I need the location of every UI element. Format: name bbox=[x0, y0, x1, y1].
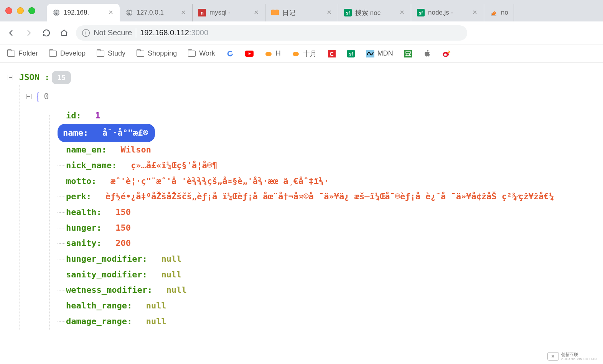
close-tab-icon[interactable] bbox=[472, 10, 478, 16]
json-value: null bbox=[146, 314, 166, 330]
bookmarks-bar: FolderDevelopStudyShoppingWorkH十月CsfMDN bbox=[0, 44, 603, 63]
bookmark-item[interactable] bbox=[423, 49, 432, 58]
json-field-row[interactable]: hunger : 150 bbox=[8, 220, 603, 236]
json-value: ç»…å£«ï¼Œç§'å¦å®¶ bbox=[131, 158, 217, 174]
reload-button[interactable] bbox=[41, 27, 52, 39]
maximize-window-button[interactable] bbox=[28, 7, 35, 14]
folder-icon bbox=[96, 49, 105, 58]
window-controls bbox=[5, 7, 35, 14]
json-field-row[interactable]: damage_range : null bbox=[8, 314, 603, 330]
close-tab-icon[interactable] bbox=[254, 10, 260, 16]
browser-tab[interactable]: nmysql - bbox=[193, 4, 265, 21]
bookmark-label: Develop bbox=[60, 49, 86, 57]
bookmark-item[interactable]: Folder bbox=[7, 49, 38, 58]
bookmark-item[interactable]: sf bbox=[347, 49, 355, 58]
minimize-window-button[interactable] bbox=[17, 7, 24, 14]
json-value: null bbox=[161, 251, 181, 267]
omnibox[interactable]: i Not Secure 192.168.0.112:3000 bbox=[76, 25, 467, 41]
svg-line-25 bbox=[407, 54, 407, 56]
json-key: hunger bbox=[66, 220, 96, 236]
json-field-row[interactable]: sanity : 200 bbox=[8, 236, 603, 251]
bookmark-item[interactable]: Work bbox=[188, 49, 215, 58]
tab-title: 搜索 noc bbox=[355, 8, 396, 17]
folder-icon bbox=[7, 49, 15, 58]
bookmark-item[interactable]: MDN bbox=[366, 49, 393, 58]
bookmark-item[interactable] bbox=[442, 49, 451, 58]
browser-tab[interactable]: sfnode.js - bbox=[411, 4, 484, 21]
collapse-icon[interactable] bbox=[8, 75, 13, 80]
watermark-sub: CHUANG XIN HU LIAN bbox=[561, 357, 597, 361]
tab-title: node.js - bbox=[428, 9, 469, 16]
json-field-row[interactable]: perk : èƒ½é•¿å‡ºåŽšåŽščš„èƒ¡å ï¼Œèƒ¡å åœ… bbox=[8, 189, 603, 205]
json-value: æˆ'è¦·ç"¨æˆ'å 'è¾¾¾çš„å¤§è„'å¾·æœ ä¸€åˆ‡… bbox=[110, 174, 329, 189]
brace-open-icon: { bbox=[35, 85, 41, 108]
browser-tab[interactable]: 日记 bbox=[265, 4, 338, 21]
json-field-row[interactable]: health_range : null bbox=[8, 298, 603, 314]
close-tab-icon[interactable] bbox=[108, 10, 114, 16]
apple-icon bbox=[423, 49, 432, 58]
close-window-button[interactable] bbox=[5, 7, 12, 14]
browser-tab[interactable]: 192.168. bbox=[47, 4, 120, 21]
bookmark-item[interactable]: Shopping bbox=[136, 49, 177, 58]
json-field-row[interactable]: motto : æˆ'è¦·ç"¨æˆ'å 'è¾¾¾çš„å¤§è„'å¾·æ… bbox=[8, 174, 603, 189]
browser-tab[interactable]: 127.0.0.1 bbox=[120, 4, 193, 21]
segmentfault-icon: sf bbox=[417, 8, 425, 17]
svg-point-28 bbox=[444, 53, 446, 56]
segmentfault-icon: sf bbox=[344, 8, 352, 17]
close-tab-icon[interactable] bbox=[181, 10, 187, 16]
folder-icon bbox=[188, 49, 196, 58]
json-count-badge: 15 bbox=[52, 71, 71, 84]
json-field-row[interactable]: health : 150 bbox=[8, 205, 603, 220]
home-button[interactable] bbox=[58, 27, 70, 39]
bookmark-item[interactable]: 十月 bbox=[292, 49, 317, 58]
info-icon[interactable]: i bbox=[82, 29, 90, 37]
douban-icon bbox=[404, 49, 412, 58]
orange-dot-icon bbox=[292, 49, 300, 58]
json-value: 150 bbox=[115, 220, 131, 236]
url-text: 192.168.0.112:3000 bbox=[140, 28, 208, 37]
collapse-icon[interactable] bbox=[26, 94, 31, 99]
json-field-row[interactable]: wetness_modifier : null bbox=[8, 282, 603, 298]
json-key: id bbox=[66, 108, 76, 124]
json-value: 200 bbox=[115, 236, 131, 251]
json-key: health_range bbox=[66, 298, 127, 314]
json-key: nick_name bbox=[66, 158, 112, 174]
bookmark-item[interactable] bbox=[245, 49, 254, 58]
tab-title: 127.0.0.1 bbox=[137, 9, 178, 16]
back-button[interactable] bbox=[5, 27, 17, 39]
svg-text:sf: sf bbox=[346, 10, 351, 16]
npm-icon: n bbox=[198, 8, 206, 17]
bookmark-label: Study bbox=[108, 49, 125, 57]
bookmark-item[interactable]: Study bbox=[96, 49, 125, 58]
bookmark-label: Shopping bbox=[148, 49, 177, 57]
close-tab-icon[interactable] bbox=[326, 10, 333, 16]
bookmark-label: Work bbox=[199, 49, 215, 57]
json-value: null bbox=[161, 267, 181, 283]
browser-tab[interactable]: no bbox=[484, 4, 514, 21]
folder-icon bbox=[136, 49, 145, 58]
json-key: motto bbox=[66, 174, 91, 189]
tab-title: no bbox=[501, 9, 508, 16]
bookmark-item[interactable] bbox=[226, 49, 234, 58]
json-field-row[interactable]: sanity_modifier : null bbox=[8, 267, 603, 283]
json-field-row[interactable]: name : å¨·å°"æ£® bbox=[8, 124, 603, 143]
bookmark-item[interactable]: H bbox=[264, 49, 281, 58]
svg-text:n: n bbox=[201, 10, 204, 16]
json-field-row[interactable]: nick_name : ç»…å£«ï¼Œç§'å¦å®¶ bbox=[8, 158, 603, 174]
json-field-row[interactable]: id : 1 bbox=[8, 108, 603, 124]
json-field-row[interactable]: name_en : Wilson bbox=[8, 142, 603, 158]
bookmark-label: 十月 bbox=[303, 49, 317, 58]
json-field-row[interactable]: hunger_modifier : null bbox=[8, 251, 603, 267]
bookmark-item[interactable]: Develop bbox=[49, 49, 86, 58]
forward-button[interactable] bbox=[23, 27, 35, 39]
close-tab-icon[interactable] bbox=[399, 10, 405, 16]
json-viewer: JSON : 15 { 0 id : 1name : å¨·å°"æ£®name… bbox=[0, 63, 603, 330]
bookmark-item[interactable] bbox=[404, 49, 412, 58]
json-root-row[interactable]: JSON : 15 bbox=[8, 70, 603, 85]
tabs-list: 192.168.127.0.0.1nmysql -日记sf搜索 nocsfnod… bbox=[47, 0, 514, 21]
browser-tab[interactable]: sf搜索 noc bbox=[338, 4, 411, 21]
json-array-item-row[interactable]: { 0 bbox=[8, 85, 603, 108]
bookmark-item[interactable]: C bbox=[328, 49, 336, 58]
mdn-icon bbox=[366, 49, 374, 58]
json-array-index: 0 bbox=[44, 89, 49, 105]
